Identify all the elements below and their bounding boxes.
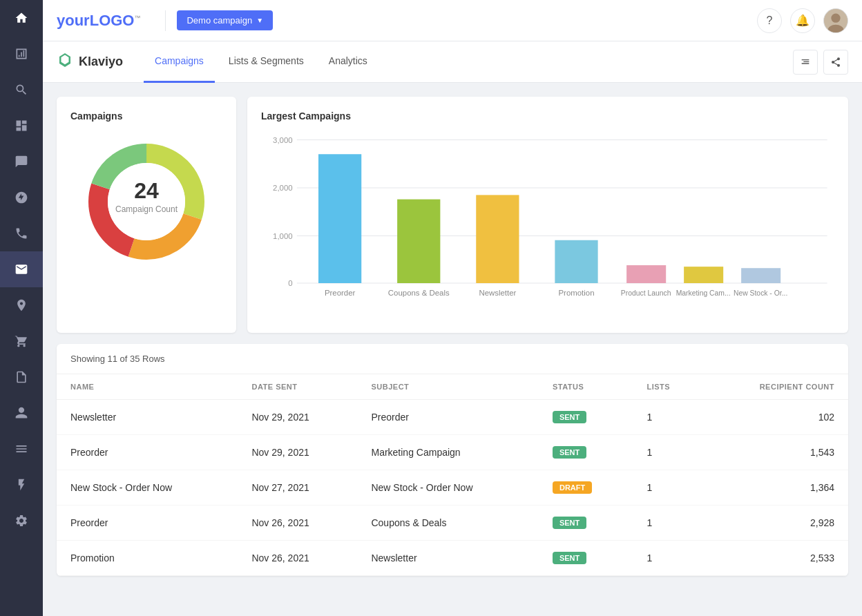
- cell-subject: Marketing Campaign: [357, 435, 538, 470]
- table-row: Promotion Nov 26, 2021 Newsletter SENT 1…: [57, 541, 848, 576]
- sidebar-item-person[interactable]: [0, 395, 43, 431]
- charts-row: Campaigns 24: [57, 97, 848, 333]
- cell-count: 1,543: [705, 435, 848, 470]
- cell-lists: 1: [633, 506, 704, 541]
- status-badge: SENT: [553, 446, 586, 459]
- cell-subject: Newsletter: [357, 541, 538, 576]
- largest-campaigns-card: Largest Campaigns 3,000 2,000 1,000 0: [247, 97, 848, 333]
- main-area: yourLOGO™ Demo campaign ▼ ? 🔔: [43, 0, 862, 616]
- sidebar-item-cart[interactable]: [0, 323, 43, 359]
- donut-center-label: Campaign Count: [115, 204, 178, 214]
- tab-analytics[interactable]: Analytics: [318, 41, 379, 83]
- cell-name: Promotion: [57, 541, 238, 576]
- sidebar-item-search[interactable]: [0, 72, 43, 108]
- cell-name: Newsletter: [57, 400, 238, 435]
- svg-text:Newsletter: Newsletter: [479, 289, 516, 297]
- cell-status: SENT: [539, 506, 633, 541]
- topbar-right: ? 🔔: [757, 8, 848, 33]
- logo-your: your: [57, 12, 90, 29]
- demo-btn-label: Demo campaign: [186, 15, 252, 26]
- cell-date: Nov 27, 2021: [238, 470, 357, 506]
- sidebar: [0, 0, 43, 616]
- bar-marketing: [684, 267, 723, 283]
- tab-lists-label: Lists & Segments: [229, 55, 304, 66]
- sidebar-item-location[interactable]: [0, 287, 43, 323]
- campaigns-donut-card: Campaigns 24: [57, 97, 236, 333]
- help-icon: ?: [767, 15, 773, 27]
- share-icon-button[interactable]: [823, 50, 848, 75]
- status-badge: SENT: [553, 552, 586, 564]
- status-badge: SENT: [553, 517, 586, 529]
- help-button[interactable]: ?: [757, 8, 782, 33]
- cell-subject: Preorder: [357, 400, 538, 435]
- table-row: Preorder Nov 26, 2021 Coupons & Deals SE…: [57, 506, 848, 541]
- cell-name: Preorder: [57, 435, 238, 470]
- svg-text:Product Launch: Product Launch: [621, 289, 671, 297]
- svg-text:3,000: 3,000: [273, 136, 293, 144]
- cell-date: Nov 29, 2021: [238, 400, 357, 435]
- sidebar-item-home[interactable]: [0, 0, 43, 36]
- sidebar-item-list[interactable]: [0, 431, 43, 467]
- demo-campaign-button[interactable]: Demo campaign ▼: [177, 10, 273, 30]
- svg-text:0: 0: [288, 279, 292, 287]
- sidebar-item-chart[interactable]: [0, 36, 43, 72]
- sidebar-item-email[interactable]: [0, 251, 43, 287]
- sidebar-item-funnel[interactable]: [0, 180, 43, 215]
- table-header-row: NAME DATE SENT SUBJECT STATUS LISTS RECI…: [57, 374, 848, 400]
- notifications-button[interactable]: 🔔: [790, 8, 815, 33]
- logo: yourLOGO™: [57, 12, 140, 30]
- tab-campaigns[interactable]: Campaigns: [144, 41, 215, 83]
- svg-text:Marketing Cam...: Marketing Cam...: [676, 289, 731, 297]
- bar-chart-area: 3,000 2,000 1,000 0 Preorder Coupo: [261, 133, 834, 319]
- table-row: New Stock - Order Now Nov 27, 2021 New S…: [57, 470, 848, 506]
- table-row: Newsletter Nov 29, 2021 Preorder SENT 1 …: [57, 400, 848, 435]
- demo-btn-arrow: ▼: [256, 17, 263, 24]
- cell-date: Nov 26, 2021: [238, 541, 357, 576]
- bar-chart-svg: 3,000 2,000 1,000 0 Preorder Coupo: [261, 133, 834, 319]
- svg-text:New Stock - Or...: New Stock - Or...: [734, 289, 787, 297]
- avatar-image: [824, 8, 847, 33]
- cell-count: 1,364: [705, 470, 848, 506]
- bar-new-stock: [741, 268, 780, 283]
- cell-count: 2,533: [705, 541, 848, 576]
- cell-status: SENT: [539, 400, 633, 435]
- bar-product-launch: [626, 265, 666, 283]
- campaigns-table: NAME DATE SENT SUBJECT STATUS LISTS RECI…: [57, 374, 848, 576]
- columns-icon-button[interactable]: [793, 50, 818, 75]
- table-row: Preorder Nov 29, 2021 Marketing Campaign…: [57, 435, 848, 470]
- sidebar-item-chat[interactable]: [0, 144, 43, 180]
- donut-center-count: 24: [134, 178, 159, 203]
- cell-name: Preorder: [57, 506, 238, 541]
- svg-text:2,000: 2,000: [273, 184, 293, 192]
- campaigns-table-card: Showing 11 of 35 Rows NAME DATE SENT SUB…: [57, 344, 848, 576]
- bell-icon: 🔔: [796, 14, 810, 27]
- donut-chart: 24 Campaign Count: [77, 133, 216, 271]
- bar-promotion: [555, 240, 597, 283]
- svg-text:1,000: 1,000: [273, 232, 293, 240]
- sidebar-item-plugin[interactable]: [0, 467, 43, 503]
- col-lists: LISTS: [633, 374, 704, 400]
- cell-status: SENT: [539, 541, 633, 576]
- nav-tabs-actions: [793, 50, 848, 75]
- cell-lists: 1: [633, 470, 704, 506]
- sidebar-item-dashboard[interactable]: [0, 108, 43, 144]
- sidebar-item-report[interactable]: [0, 359, 43, 395]
- klaviyo-icon: [57, 52, 73, 73]
- table-showing-text: Showing 11 of 35 Rows: [57, 344, 848, 374]
- sidebar-item-settings[interactable]: [0, 503, 43, 539]
- cell-date: Nov 26, 2021: [238, 506, 357, 541]
- tab-analytics-label: Analytics: [329, 55, 367, 66]
- svg-point-1: [831, 13, 840, 22]
- avatar[interactable]: [823, 8, 848, 33]
- donut-card-title: Campaigns: [70, 110, 222, 122]
- tab-lists-segments[interactable]: Lists & Segments: [218, 41, 315, 83]
- status-badge: SENT: [553, 411, 586, 423]
- columns-icon: [800, 57, 811, 68]
- svg-text:Promotion: Promotion: [559, 289, 595, 297]
- sidebar-item-phone[interactable]: [0, 215, 43, 251]
- cell-count: 2,928: [705, 506, 848, 541]
- svg-text:Coupons & Deals: Coupons & Deals: [388, 289, 450, 297]
- bar-newsletter: [476, 195, 519, 283]
- cell-lists: 1: [633, 541, 704, 576]
- cell-name: New Stock - Order Now: [57, 470, 238, 506]
